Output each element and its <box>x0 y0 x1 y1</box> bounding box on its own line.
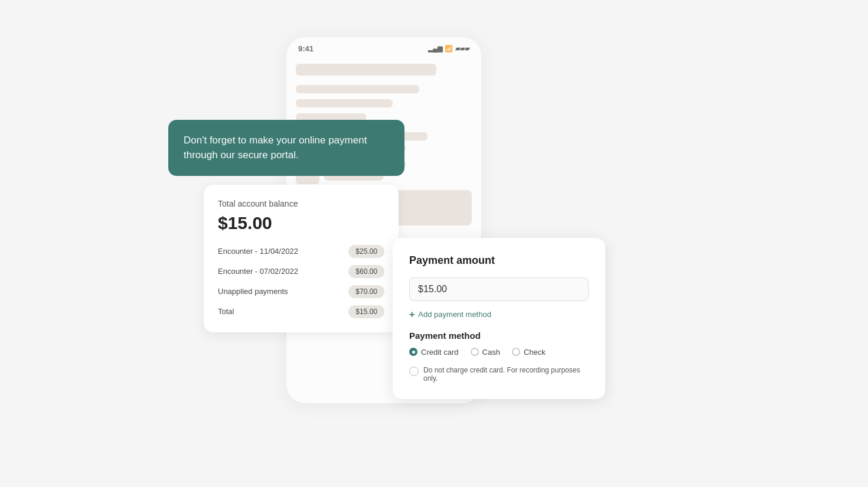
checkbox-do-not-charge[interactable] <box>409 367 419 376</box>
balance-row-0: Encounter - 11/04/2022 $25.00 <box>218 245 384 258</box>
checkbox-label: Do not charge credit card. For recording… <box>423 366 589 383</box>
add-payment-method-link[interactable]: + Add payment method <box>409 309 589 320</box>
battery-icon: ▰▰▰ <box>455 45 469 53</box>
skeleton-header <box>296 64 436 76</box>
status-time: 9:41 <box>298 44 314 53</box>
balance-row-2: Unapplied payments $70.00 <box>218 285 384 298</box>
add-payment-label: Add payment method <box>418 310 491 319</box>
radio-group: Credit card Cash Check <box>409 348 589 357</box>
balance-label-0: Encounter - 11/04/2022 <box>218 247 298 256</box>
status-bar: 9:41 ▂▄▆ 📶 ▰▰▰ <box>286 37 481 58</box>
balance-badge-2: $70.00 <box>348 285 384 298</box>
balance-card: Total account balance $15.00 Encounter -… <box>204 185 399 332</box>
balance-row-3: Total $15.00 <box>218 305 384 318</box>
radio-cash[interactable]: Cash <box>471 348 500 357</box>
radio-label-cash: Cash <box>482 348 500 357</box>
payment-amount-input[interactable] <box>409 277 589 301</box>
balance-label-3: Total <box>218 307 234 316</box>
status-icons: ▂▄▆ 📶 ▰▰▰ <box>428 45 469 53</box>
balance-card-title: Total account balance <box>218 199 384 208</box>
balance-label-2: Unapplied payments <box>218 287 288 296</box>
main-scene: 9:41 ▂▄▆ 📶 ▰▰▰ <box>168 37 700 450</box>
radio-label-credit-card: Credit card <box>421 348 459 357</box>
wifi-icon: 📶 <box>445 45 453 53</box>
checkbox-row[interactable]: Do not charge credit card. For recording… <box>409 366 589 383</box>
skeleton-line-1 <box>296 85 419 93</box>
radio-credit-card[interactable]: Credit card <box>409 348 459 357</box>
balance-badge-3: $15.00 <box>348 305 384 318</box>
radio-label-check: Check <box>524 348 546 357</box>
radio-check[interactable]: Check <box>512 348 546 357</box>
payment-method-label: Payment method <box>409 331 589 341</box>
balance-badge-0: $25.00 <box>348 245 384 258</box>
balance-badge-1: $60.00 <box>348 265 384 278</box>
balance-row-1: Encounter - 07/02/2022 $60.00 <box>218 265 384 278</box>
skeleton-line-2 <box>296 99 393 107</box>
radio-dot-cash <box>471 348 479 356</box>
payment-card-title: Payment amount <box>409 254 589 267</box>
plus-icon: + <box>409 309 415 320</box>
radio-dot-credit-card <box>409 348 417 356</box>
tooltip-text: Don't forget to make your online payment… <box>184 133 389 163</box>
balance-label-1: Encounter - 07/02/2022 <box>218 267 298 276</box>
tooltip-bubble: Don't forget to make your online payment… <box>168 120 404 176</box>
signal-icon: ▂▄▆ <box>428 45 442 53</box>
balance-amount: $15.00 <box>218 213 384 233</box>
payment-card: Payment amount + Add payment method Paym… <box>393 238 605 399</box>
radio-dot-check <box>512 348 520 356</box>
